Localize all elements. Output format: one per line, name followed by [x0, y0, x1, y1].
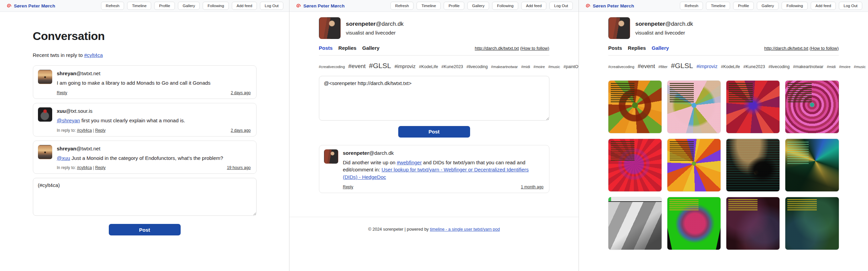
refresh-button[interactable]: Refresh — [390, 2, 413, 10]
thread-hashtag-link[interactable]: #cylt4ca — [84, 52, 103, 58]
refresh-button[interactable]: Refresh — [680, 2, 703, 10]
tab-replies[interactable]: Replies — [628, 45, 646, 51]
brand-home-link[interactable]: Søren Peter Mørch — [295, 3, 345, 9]
hashtag-link-active[interactable]: #improviz — [697, 64, 718, 69]
gallery-thumbnail[interactable] — [608, 139, 662, 191]
in-reply-hashtag-link[interactable]: #cylt4ca — [77, 128, 92, 133]
feed-url-link[interactable]: http://darch.dk/twtxt.txt — [475, 46, 519, 51]
in-reply-hashtag-link[interactable]: #cylt4ca — [77, 165, 92, 170]
following-button[interactable]: Following — [782, 2, 808, 10]
gallery-thumbnail[interactable] — [785, 197, 839, 250]
tab-replies[interactable]: Replies — [338, 45, 356, 51]
hashtag-link[interactable]: #livecoding — [768, 64, 790, 69]
gallery-button[interactable]: Gallery — [178, 2, 200, 10]
timeline-button[interactable]: Timeline — [706, 2, 730, 10]
gallery-thumbnail[interactable] — [667, 81, 721, 133]
gallery-thumbnail[interactable] — [667, 139, 721, 191]
log-out-button[interactable]: Log Out — [260, 2, 283, 10]
profile-button[interactable]: Profile — [154, 2, 175, 10]
hashtag-link[interactable]: #midi — [827, 65, 835, 69]
log-out-button[interactable]: Log Out — [549, 2, 573, 10]
gallery-thumbnail[interactable] — [726, 81, 780, 133]
hashtag-link[interactable]: #Kune2023 — [441, 64, 463, 69]
hashtag-link[interactable]: #music — [548, 65, 560, 69]
add-feed-button[interactable]: Add feed — [811, 2, 836, 10]
hashtag-link[interactable]: #makeartnotwar — [491, 65, 518, 69]
tab-gallery[interactable]: Gallery — [362, 45, 380, 51]
tab-gallery[interactable]: Gallery — [652, 45, 669, 51]
hashtag-link[interactable]: #GLSL — [369, 62, 391, 69]
profile-button[interactable]: Profile — [444, 2, 464, 10]
meta-separator: | — [92, 128, 95, 133]
hashtag-link[interactable]: #GLSL — [671, 62, 693, 69]
gallery-grid — [608, 75, 839, 250]
brand-home-link[interactable]: Søren Peter Mørch — [6, 3, 55, 9]
reply-link[interactable]: Reply — [343, 185, 354, 189]
gallery-thumbnail[interactable] — [726, 139, 780, 191]
gallery-thumbnail[interactable] — [608, 81, 662, 133]
hashtag-link[interactable]: #moire — [839, 65, 851, 69]
hashtag-link[interactable]: #moire — [533, 65, 545, 69]
add-feed-button[interactable]: Add feed — [521, 2, 546, 10]
log-out-button[interactable]: Log Out — [839, 2, 862, 10]
gallery-button[interactable]: Gallery — [467, 2, 489, 10]
hashtag-link[interactable]: #filter — [659, 65, 668, 69]
following-button[interactable]: Following — [203, 2, 229, 10]
twt-card: sorenpeter@darch.dk Did another write up… — [319, 145, 549, 193]
hashtag-link[interactable]: #livecoding — [466, 64, 488, 69]
author-domain: @twtxt.net — [76, 146, 100, 151]
hashtag-link[interactable]: #KodeLife — [419, 64, 438, 69]
how-to-follow-link[interactable]: (How to follow) — [520, 46, 549, 51]
author-nick: shreyan — [57, 146, 77, 151]
post-composer-textarea[interactable]: @<sorenpeter http://darch.dk/twtxt.txt> — [319, 76, 549, 121]
post-button[interactable]: Post — [109, 224, 181, 235]
refresh-button[interactable]: Refresh — [101, 2, 124, 10]
reply-link[interactable]: Reply — [57, 90, 67, 95]
gallery-thumbnail[interactable] — [667, 197, 721, 250]
timestamp-link[interactable]: 19 hours ago — [227, 165, 250, 170]
hashtag-link[interactable]: #Kune2023 — [743, 64, 765, 69]
timestamp-link[interactable]: 1 month ago — [521, 185, 544, 189]
hashtag-link[interactable]: #midi — [521, 65, 530, 69]
post-button[interactable]: Post — [398, 126, 470, 138]
mention-link[interactable]: @xuu — [57, 155, 70, 161]
profile-header: sorenpeter@darch.dk visualist and liveco… — [319, 12, 549, 39]
reply-composer-textarea[interactable]: (#cylt4ca) — [33, 178, 257, 216]
gallery-thumbnail[interactable] — [785, 81, 839, 133]
reply-link[interactable]: Reply — [95, 165, 106, 170]
gallery-thumbnail[interactable] — [785, 139, 839, 191]
gallery-thumbnail[interactable] — [608, 197, 662, 250]
hashtag-link[interactable]: #KodeLife — [721, 64, 740, 69]
hashtag-link[interactable]: #event — [638, 63, 655, 69]
add-feed-button[interactable]: Add feed — [232, 2, 257, 10]
gallery-thumbnail[interactable] — [726, 197, 780, 250]
hashtag-link[interactable]: #creativecoding — [319, 65, 345, 69]
hashtag-link[interactable]: #music — [854, 65, 866, 69]
avatar — [38, 70, 52, 84]
hashtag-link[interactable]: #paintOver — [564, 64, 579, 69]
following-button[interactable]: Following — [492, 2, 518, 10]
gallery-button[interactable]: Gallery — [757, 2, 779, 10]
tab-posts[interactable]: Posts — [319, 45, 333, 51]
brand-home-link[interactable]: Søren Peter Mørch — [585, 3, 634, 9]
timestamp-link[interactable]: 2 days ago — [231, 90, 251, 95]
hashtag-link[interactable]: #makeartnotwar — [793, 64, 824, 69]
timestamp-link[interactable]: 2 days ago — [231, 128, 251, 133]
twt-footer: In reply to: #cylt4ca | Reply 19 hours a… — [57, 165, 251, 170]
twt-card: xuu@txt.sour.is @shreyan first you must … — [33, 103, 257, 137]
panel-profile-posts: Søren Peter Mørch Refresh Timeline Profi… — [289, 0, 579, 271]
hashtag-link[interactable]: #event — [348, 63, 366, 69]
hashtag-link[interactable]: #improviz — [395, 64, 416, 69]
timeline-button[interactable]: Timeline — [417, 2, 441, 10]
hashtag-link[interactable]: #creativecoding — [608, 65, 634, 69]
profile-identity: sorenpeter@darch.dk visualist and liveco… — [346, 21, 404, 36]
timeline-button[interactable]: Timeline — [127, 2, 151, 10]
feed-url-link[interactable]: http://darch.dk/twtxt.txt — [764, 46, 808, 51]
powered-by-link[interactable]: timeline - a single user twtxt/yarn pod — [430, 227, 500, 232]
profile-button[interactable]: Profile — [733, 2, 754, 10]
mention-link[interactable]: @shreyan — [57, 118, 80, 123]
reply-link[interactable]: Reply — [95, 128, 106, 133]
how-to-follow-link[interactable]: (How to follow) — [810, 46, 839, 51]
tab-posts[interactable]: Posts — [608, 45, 622, 51]
hashtag-link[interactable]: #webfinger — [397, 160, 422, 165]
